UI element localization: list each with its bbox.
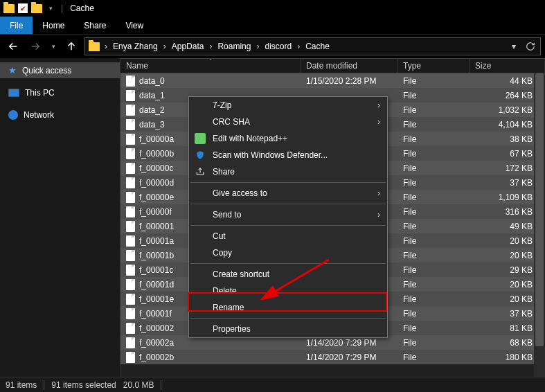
breadcrumb-seg[interactable]: discord bbox=[262, 38, 294, 55]
file-icon bbox=[126, 134, 135, 145]
ctx-edit-notepadpp[interactable]: Edit with Notepad++ bbox=[189, 130, 387, 147]
sidebar-item-label: Network bbox=[24, 110, 54, 120]
separator bbox=[190, 263, 386, 264]
ctx-send-to[interactable]: Send to › bbox=[189, 206, 387, 223]
file-name: f_00000a bbox=[139, 134, 174, 144]
quick-access-check-icon[interactable]: ✔ bbox=[17, 2, 29, 15]
file-name: f_00001d bbox=[139, 280, 174, 289]
ctx-label: Copy bbox=[213, 248, 232, 258]
separator bbox=[190, 204, 386, 204]
cell-type: File bbox=[397, 353, 470, 362]
ctx-label: CRC SHA bbox=[213, 117, 250, 127]
ctx-properties[interactable]: Properties bbox=[189, 321, 387, 337]
ctx-label: Scan with Windows Defender... bbox=[213, 150, 328, 160]
file-name: data_1 bbox=[139, 91, 165, 100]
cell-type: File bbox=[397, 294, 470, 304]
nav-forward-button[interactable] bbox=[26, 37, 44, 55]
ctx-label: Send to bbox=[213, 210, 241, 220]
shield-icon bbox=[195, 150, 206, 161]
sidebar-item-network[interactable]: Network bbox=[0, 107, 120, 123]
ctx-cut[interactable]: Cut bbox=[189, 228, 387, 244]
file-name: f_00001a bbox=[139, 236, 174, 246]
chevron-right-icon[interactable]: › bbox=[103, 42, 109, 51]
separator bbox=[190, 318, 386, 319]
ctx-label: Properties bbox=[213, 324, 251, 334]
tab-home[interactable]: Home bbox=[33, 17, 74, 34]
chevron-right-icon[interactable]: › bbox=[255, 42, 260, 51]
ctx-label: 7-Zip bbox=[213, 100, 231, 110]
table-row[interactable]: data_01/15/2020 2:28 PMFile44 KB bbox=[120, 73, 545, 88]
ctx-label: Cut bbox=[213, 231, 226, 241]
table-row[interactable]: f_00002b1/14/2020 7:29 PMFile180 KB bbox=[120, 350, 545, 364]
file-icon bbox=[126, 177, 135, 188]
file-name: data_3 bbox=[139, 120, 165, 130]
file-icon bbox=[126, 221, 135, 232]
ctx-label: Delete bbox=[213, 286, 237, 296]
chevron-right-icon[interactable]: › bbox=[208, 42, 213, 51]
file-name: f_00000e bbox=[139, 193, 174, 202]
status-selected-size: 20.0 MB bbox=[123, 380, 154, 390]
cell-type: File bbox=[397, 265, 470, 275]
file-icon bbox=[126, 323, 135, 334]
refresh-icon[interactable] bbox=[524, 39, 537, 53]
breadcrumb-seg[interactable]: Roaming bbox=[215, 38, 253, 55]
ctx-give-access-to[interactable]: Give access to › bbox=[189, 185, 387, 202]
scroll-thumb[interactable] bbox=[535, 73, 544, 346]
ctx-copy[interactable]: Copy bbox=[189, 244, 387, 261]
nav-up-button[interactable] bbox=[62, 37, 80, 55]
status-item-count: 91 items bbox=[6, 380, 37, 390]
ctx-scan-defender[interactable]: Scan with Windows Defender... bbox=[189, 147, 387, 163]
chevron-right-icon: › bbox=[377, 188, 380, 198]
ctx-7zip[interactable]: 7-Zip › bbox=[189, 97, 387, 114]
cell-type: File bbox=[397, 178, 470, 188]
cell-date: 1/14/2020 7:29 PM bbox=[301, 338, 397, 348]
column-header-size[interactable]: Size bbox=[470, 59, 545, 73]
address-bar[interactable]: › Enya Zhang › AppData › Roaming › disco… bbox=[84, 37, 541, 55]
cell-date: 1/15/2020 2:28 PM bbox=[301, 76, 397, 86]
chevron-right-icon[interactable]: › bbox=[296, 42, 301, 51]
cell-type: File bbox=[397, 120, 470, 130]
file-icon bbox=[126, 163, 135, 174]
sidebar-item-label: This PC bbox=[25, 88, 55, 98]
file-icon bbox=[126, 235, 135, 247]
ctx-share[interactable]: Share bbox=[189, 163, 387, 180]
file-name: f_00001f bbox=[139, 309, 172, 319]
file-icon bbox=[126, 279, 135, 290]
tab-share[interactable]: Share bbox=[74, 17, 116, 34]
cell-type: File bbox=[397, 105, 470, 115]
file-name: f_00000f bbox=[139, 207, 172, 217]
scrollbar[interactable] bbox=[534, 73, 545, 377]
ctx-label: Rename bbox=[213, 303, 244, 312]
column-header-type[interactable]: Type bbox=[397, 59, 470, 73]
address-dropdown-icon[interactable]: ▾ bbox=[507, 39, 521, 53]
cell-type: File bbox=[397, 323, 470, 333]
cell-type: File bbox=[397, 280, 470, 289]
ctx-create-shortcut[interactable]: Create shortcut bbox=[189, 266, 387, 283]
star-icon: ★ bbox=[8, 65, 17, 75]
nav-back-button[interactable] bbox=[4, 37, 22, 55]
dropdown-icon[interactable]: ▾ bbox=[44, 2, 57, 15]
tab-view[interactable]: View bbox=[116, 17, 153, 34]
ctx-crc-sha[interactable]: CRC SHA › bbox=[189, 114, 387, 130]
column-header-name[interactable]: Name ˄ bbox=[120, 59, 301, 73]
sidebar-item-quick-access[interactable]: ★ Quick access bbox=[0, 62, 120, 78]
file-icon bbox=[126, 148, 135, 159]
tab-file[interactable]: File bbox=[0, 17, 33, 34]
file-name: f_00002a bbox=[139, 338, 174, 348]
ctx-delete[interactable]: Delete bbox=[189, 283, 387, 299]
cell-type: File bbox=[397, 91, 470, 100]
file-name: f_00000d bbox=[139, 178, 174, 188]
breadcrumb-seg[interactable]: Enya Zhang bbox=[110, 38, 161, 55]
column-header-date[interactable]: Date modified bbox=[301, 59, 397, 73]
nav-history-dropdown[interactable]: ▾ bbox=[48, 37, 58, 55]
file-name: f_000001 bbox=[139, 222, 174, 231]
breadcrumb-seg[interactable]: Cache bbox=[303, 38, 332, 55]
breadcrumb-seg[interactable]: AppData bbox=[169, 38, 207, 55]
chevron-right-icon: › bbox=[377, 210, 380, 220]
sidebar-item-this-pc[interactable]: This PC bbox=[0, 85, 120, 100]
cell-name: f_00002a bbox=[120, 337, 301, 348]
window-title: Cache bbox=[70, 3, 94, 13]
ctx-rename[interactable]: Rename bbox=[189, 299, 387, 316]
folder-icon bbox=[30, 2, 43, 15]
chevron-right-icon[interactable]: › bbox=[162, 42, 168, 51]
